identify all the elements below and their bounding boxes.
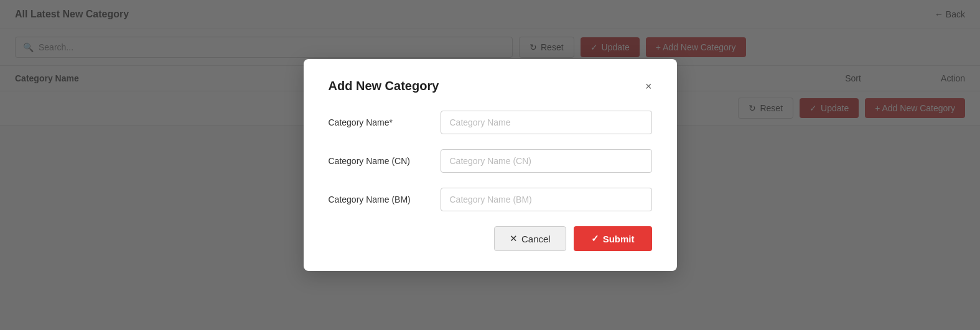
modal-overlay: Add New Category × Category Name* Catego…: [0, 0, 980, 330]
category-name-bm-label: Category Name (BM): [329, 195, 441, 204]
cancel-icon: ✕: [510, 233, 518, 244]
category-name-label: Category Name*: [329, 117, 441, 127]
category-name-bm-input[interactable]: [441, 188, 652, 211]
modal-title: Add New Category: [329, 79, 439, 93]
form-group-category-name: Category Name*: [329, 111, 652, 134]
add-category-modal: Add New Category × Category Name* Catego…: [304, 59, 677, 271]
submit-button[interactable]: ✓ Submit: [574, 226, 652, 251]
category-name-input[interactable]: [441, 111, 652, 134]
form-group-category-name-bm: Category Name (BM): [329, 188, 652, 211]
category-name-cn-label: Category Name (CN): [329, 156, 441, 166]
modal-close-button[interactable]: ×: [645, 81, 652, 92]
category-name-cn-input[interactable]: [441, 149, 652, 173]
submit-check-icon: ✓: [591, 233, 599, 244]
cancel-button[interactable]: ✕ Cancel: [494, 226, 566, 251]
form-group-category-name-cn: Category Name (CN): [329, 149, 652, 173]
